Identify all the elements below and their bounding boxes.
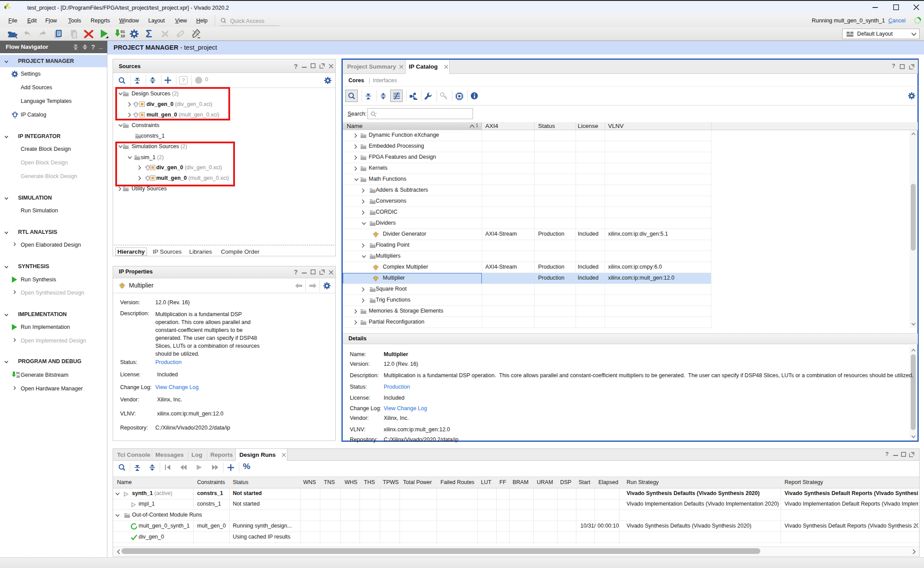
svg-text:10: 10 [121, 34, 125, 38]
svg-text:01: 01 [16, 371, 20, 375]
svg-text:10: 10 [16, 375, 20, 379]
svg-text:01: 01 [121, 29, 125, 34]
